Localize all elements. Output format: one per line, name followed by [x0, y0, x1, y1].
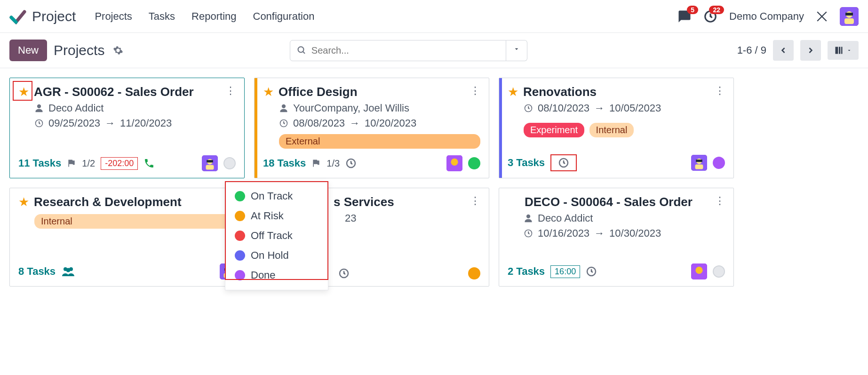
clock-icon[interactable]	[338, 268, 350, 279]
svg-rect-4	[845, 13, 853, 16]
status-off-track[interactable]: Off Track	[225, 226, 328, 246]
card-menu-icon[interactable]: ⋮	[225, 85, 236, 97]
tag-internal: Internal	[34, 214, 236, 229]
search-dropdown[interactable]	[506, 40, 527, 61]
tasks-link[interactable]: 3 Tasks	[508, 157, 545, 169]
user-icon	[279, 104, 288, 113]
clock-icon	[279, 119, 288, 128]
messages-icon[interactable]: 5	[677, 9, 692, 24]
clock-icon[interactable]	[345, 158, 357, 169]
svg-rect-8	[841, 47, 843, 54]
svg-point-5	[298, 47, 304, 52]
date-end: 10/05/2023	[609, 102, 661, 114]
user-icon	[34, 104, 44, 113]
card-title-partial: s Services	[334, 195, 394, 209]
search-input[interactable]	[311, 45, 500, 56]
project-card[interactable]: DECO - S00064 - Sales Order ⋮ Deco Addic…	[499, 188, 734, 287]
new-button[interactable]: New	[9, 40, 47, 61]
pager-prev[interactable]	[773, 40, 794, 61]
card-title: Renovations	[523, 85, 597, 99]
date-partial: 23	[345, 212, 356, 224]
star-icon[interactable]: ★	[508, 85, 518, 99]
status-dot[interactable]	[468, 267, 480, 279]
activity-clock-highlighted[interactable]	[550, 154, 577, 171]
star-icon[interactable]: ★	[18, 195, 29, 209]
assignee-avatar[interactable]	[691, 263, 707, 279]
card-menu-icon[interactable]: ⋮	[470, 195, 480, 207]
flag-icon[interactable]	[67, 159, 76, 168]
project-card[interactable]: ★ Research & Development ⋮ Internal 8 Ta…	[9, 188, 245, 287]
pager-text[interactable]: 1-6 / 9	[737, 44, 766, 56]
company-switcher[interactable]: Demo Company	[729, 10, 804, 23]
status-dot[interactable]	[468, 157, 480, 169]
card-title: Office Design	[279, 85, 358, 99]
status-dot[interactable]	[713, 157, 725, 169]
nav-configuration[interactable]: Configuration	[253, 10, 315, 23]
card-menu-icon[interactable]: ⋮	[715, 195, 725, 207]
status-dot[interactable]	[223, 157, 236, 169]
activities-badge: 22	[709, 6, 724, 14]
tasks-link[interactable]: 18 Tasks	[263, 157, 306, 169]
breadcrumb: Projects	[54, 42, 104, 58]
assignee-avatar[interactable]	[446, 155, 462, 171]
arrow-icon: →	[350, 117, 360, 129]
time-badge: -202:00	[101, 157, 138, 170]
project-card[interactable]: ★ Office Design ⋮ YourCompany, Joel Will…	[254, 78, 489, 178]
app-title: Project	[32, 8, 76, 24]
main-nav: Projects Tasks Reporting Configuration	[95, 10, 314, 23]
time-badge: 16:00	[550, 265, 580, 278]
flag-icon[interactable]	[311, 159, 321, 168]
date-end: 10/30/2023	[609, 227, 661, 239]
status-on-track[interactable]: On Track	[225, 186, 328, 206]
arrow-icon: →	[594, 102, 605, 114]
svg-rect-22	[695, 164, 703, 169]
tasks-link[interactable]: 11 Tasks	[18, 157, 61, 169]
project-card[interactable]: ★ Renovations ⋮ 08/10/2023 → 10/05/2023 …	[499, 78, 734, 178]
assignee-avatar[interactable]	[691, 155, 707, 171]
toolbar-right: 1-6 / 9	[737, 40, 859, 61]
activities-icon[interactable]: 22	[703, 9, 717, 24]
milestone: 1/3	[326, 158, 340, 169]
status-dot[interactable]	[713, 265, 725, 278]
svg-point-26	[66, 268, 71, 272]
tasks-link[interactable]: 8 Tasks	[18, 265, 56, 278]
people-icon[interactable]	[61, 265, 75, 278]
nav-projects[interactable]: Projects	[95, 10, 132, 23]
gear-icon[interactable]	[113, 45, 123, 56]
arrow-icon: →	[594, 227, 605, 239]
clock-icon	[524, 104, 533, 113]
svg-point-35	[695, 267, 702, 274]
card-title: Research & Development	[34, 195, 182, 209]
status-done[interactable]: Done	[225, 265, 328, 285]
messages-badge: 5	[687, 6, 698, 14]
app-logo[interactable]	[9, 8, 26, 25]
star-icon[interactable]: ★	[263, 85, 274, 99]
project-card[interactable]: ★ AGR - S00062 - Sales Order ⋮ Deco Addi…	[9, 78, 245, 178]
user-icon	[524, 214, 533, 223]
view-switcher[interactable]	[828, 41, 859, 60]
date-start: 09/25/2023	[48, 117, 100, 129]
tasks-link[interactable]: 2 Tasks	[508, 265, 545, 278]
topbar-right: 5 22 Demo Company	[677, 7, 859, 26]
customer: YourCompany, Joel Willis	[293, 102, 409, 114]
card-menu-icon[interactable]: ⋮	[470, 85, 480, 97]
user-avatar[interactable]	[840, 7, 859, 26]
arrow-icon: →	[105, 117, 115, 129]
phone-icon[interactable]	[143, 158, 155, 169]
status-on-hold[interactable]: On Hold	[225, 246, 328, 265]
svg-rect-12	[206, 165, 214, 169]
card-menu-icon[interactable]: ⋮	[715, 85, 725, 97]
search-box[interactable]	[290, 40, 506, 61]
nav-tasks[interactable]: Tasks	[149, 10, 175, 23]
nav-reporting[interactable]: Reporting	[191, 10, 236, 23]
clock-icon[interactable]	[586, 266, 597, 277]
clock-icon	[524, 229, 533, 238]
pager-next[interactable]	[800, 40, 821, 61]
status-at-risk[interactable]: At Risk	[225, 206, 328, 226]
tools-icon[interactable]	[816, 10, 828, 23]
assignee-avatar[interactable]	[202, 155, 218, 171]
topbar: Project Projects Tasks Reporting Configu…	[0, 0, 868, 33]
date-end: 11/20/2023	[120, 117, 172, 129]
svg-rect-6	[836, 47, 838, 54]
star-icon[interactable]: ★	[18, 85, 29, 99]
